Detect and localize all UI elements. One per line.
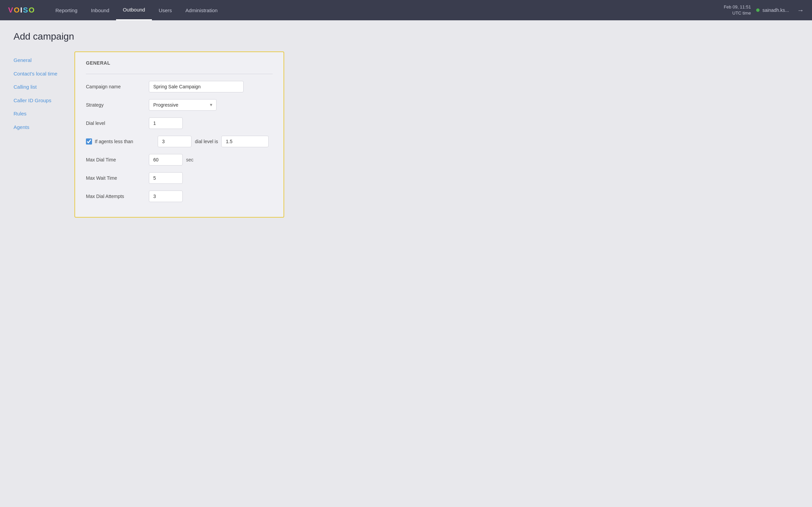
logo-o2: O [29, 6, 35, 14]
max-wait-time-input[interactable] [149, 172, 183, 184]
dial-level-row: Dial level [86, 117, 273, 129]
if-agents-checkbox[interactable] [86, 138, 92, 145]
nav-reporting[interactable]: Reporting [49, 0, 84, 20]
nav-inbound[interactable]: Inbound [84, 0, 116, 20]
strategy-select[interactable]: Progressive Predictive Preview [149, 99, 217, 111]
if-agents-inline: dial level is [158, 136, 269, 147]
nav-users[interactable]: Users [152, 0, 179, 20]
logo-o1: O [14, 6, 20, 14]
if-agents-row: If agents less than dial level is [86, 136, 273, 147]
strategy-select-wrapper: Progressive Predictive Preview ▼ [149, 99, 217, 111]
if-agents-dial-value-input[interactable] [221, 136, 269, 147]
max-dial-time-row: Max Dial Time sec [86, 154, 273, 166]
content-layout: General Contact's local time Calling lis… [14, 51, 798, 218]
max-dial-attempts-row: Max Dial Attempts [86, 191, 273, 202]
sidebar-item-agents[interactable]: Agents [14, 124, 61, 131]
logo-v: V [8, 6, 14, 14]
sidebar-nav: General Contact's local time Calling lis… [14, 51, 61, 130]
if-agents-value-input[interactable] [158, 136, 191, 147]
nav-datetime: Feb 09, 11:51 UTC time [724, 4, 751, 16]
max-dial-time-label: Max Dial Time [86, 157, 143, 162]
logout-icon[interactable]: → [797, 6, 804, 14]
sidebar-item-general[interactable]: General [14, 57, 61, 64]
page-title: Add campaign [14, 31, 798, 42]
dial-level-is-label: dial level is [195, 139, 218, 144]
sec-unit-label: sec [186, 157, 194, 162]
form-panel: GENERAL Campaign name Strategy Progressi… [74, 51, 284, 218]
section-title: GENERAL [86, 60, 273, 66]
campaign-name-row: Campaign name [86, 81, 273, 92]
campaign-name-input[interactable] [149, 81, 244, 92]
strategy-label: Strategy [86, 102, 143, 108]
status-dot [756, 8, 760, 12]
nav-user: sainadh.ks... [756, 7, 789, 13]
main-content: Add campaign General Contact's local tim… [0, 20, 812, 228]
section-divider [86, 74, 273, 74]
sidebar-item-rules[interactable]: Rules [14, 110, 61, 117]
sidebar-item-calling-list[interactable]: Calling list [14, 84, 61, 90]
max-dial-time-input[interactable] [149, 154, 183, 166]
if-agents-label: If agents less than [95, 139, 152, 144]
dial-level-label: Dial level [86, 120, 143, 126]
sidebar-item-contacts-local-time[interactable]: Contact's local time [14, 70, 61, 77]
max-dial-time-inline: sec [149, 154, 194, 166]
max-dial-attempts-label: Max Dial Attempts [86, 194, 143, 199]
dial-level-input[interactable] [149, 117, 183, 129]
nav-administration[interactable]: Administration [179, 0, 224, 20]
max-wait-time-label: Max Wait Time [86, 175, 143, 181]
sidebar-item-caller-id-groups[interactable]: Caller ID Groups [14, 97, 61, 104]
nav-links: Reporting Inbound Outbound Users Adminis… [49, 0, 724, 20]
navbar: VOISO Reporting Inbound Outbound Users A… [0, 0, 812, 20]
logo: VOISO [8, 6, 35, 15]
max-dial-attempts-input[interactable] [149, 191, 183, 202]
strategy-row: Strategy Progressive Predictive Preview … [86, 99, 273, 111]
logo-i: I [20, 6, 23, 14]
max-wait-time-row: Max Wait Time [86, 172, 273, 184]
campaign-name-label: Campaign name [86, 84, 143, 89]
nav-right: Feb 09, 11:51 UTC time sainadh.ks... → [724, 4, 804, 16]
if-agents-checkbox-wrapper: If agents less than [86, 138, 152, 145]
nav-outbound[interactable]: Outbound [116, 0, 152, 20]
logo-s: S [23, 6, 29, 14]
username-label: sainadh.ks... [762, 7, 789, 13]
